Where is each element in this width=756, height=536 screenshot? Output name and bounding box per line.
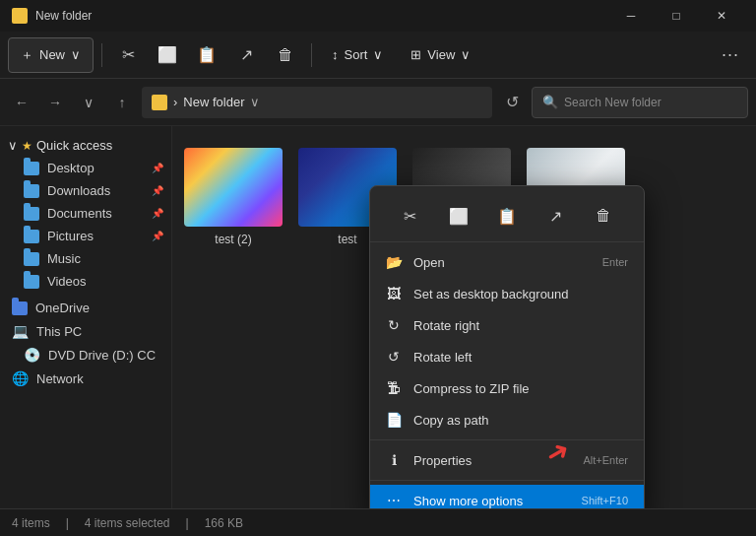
ctx-more-options-icon: ⋯ <box>386 493 402 508</box>
desktop-folder-icon <box>24 162 39 175</box>
videos-label: Videos <box>47 274 87 289</box>
ctx-desktop-bg-label: Set as desktop background <box>413 287 569 302</box>
ctx-delete-button[interactable]: 🗑 <box>586 198 621 234</box>
close-button[interactable]: ✕ <box>699 0 744 32</box>
ctx-share-button[interactable]: ↗ <box>537 198 573 234</box>
view-icon: ⊞ <box>410 47 421 62</box>
minimize-button[interactable]: ─ <box>608 0 654 32</box>
sidebar-item-thispc[interactable]: 💻 This PC <box>0 319 171 343</box>
network-label: Network <box>36 371 84 386</box>
up-button[interactable]: ↑ <box>108 89 136 116</box>
forward-button[interactable]: → <box>41 89 69 116</box>
separator2: | <box>186 516 189 530</box>
search-box[interactable]: 🔍 Search New folder <box>532 87 748 118</box>
ctx-rotate-right-item[interactable]: ↻ Rotate right <box>370 309 644 341</box>
breadcrumb-path: › <box>173 95 177 109</box>
view-button[interactable]: ⊞ View ∨ <box>399 37 482 73</box>
sidebar-item-pictures[interactable]: Pictures 📌 <box>0 225 171 247</box>
ctx-open-shortcut: Enter <box>602 256 628 268</box>
music-label: Music <box>47 251 81 266</box>
ctx-more-options-item[interactable]: ⋯ Show more options Shift+F10 <box>370 485 644 508</box>
ctx-separator-2 <box>370 480 644 481</box>
sidebar-item-dvd[interactable]: 💿 DVD Drive (D:) CC <box>0 343 171 367</box>
ctx-zip-label: Compress to ZIP file <box>413 381 530 396</box>
breadcrumb-folder-icon <box>152 95 167 110</box>
quick-access-header[interactable]: ∨ ★ Quick access <box>0 134 171 157</box>
ctx-properties-shortcut: Alt+Enter <box>583 454 628 466</box>
downloads-pin-icon: 📌 <box>152 185 163 196</box>
documents-pin-icon: 📌 <box>152 208 163 219</box>
maximize-button[interactable]: □ <box>654 0 699 32</box>
ctx-rotate-left-left: ↺ Rotate left <box>386 349 472 365</box>
sidebar-item-network[interactable]: 🌐 Network <box>0 367 171 390</box>
ctx-copy-path-item[interactable]: 📄 Copy as path <box>370 404 644 436</box>
sort-button[interactable]: ↕ Sort ∨ <box>320 37 395 73</box>
file-item-0[interactable]: test (2) <box>184 142 283 252</box>
address-bar: ← → ∨ ↑ › New folder ∨ ↺ 🔍 Search New fo… <box>0 79 756 126</box>
sidebar-item-onedrive[interactable]: OneDrive <box>0 297 171 319</box>
refresh-button[interactable]: ↺ <box>498 89 526 116</box>
sidebar-item-downloads[interactable]: Downloads 📌 <box>0 179 171 202</box>
file-name-1: test <box>338 233 356 246</box>
delete-button[interactable]: 🗑 <box>268 37 303 73</box>
ctx-rotate-right-label: Rotate right <box>413 318 479 333</box>
selected-count: 4 items selected <box>85 516 170 530</box>
new-chevron-icon: ∨ <box>71 47 81 62</box>
file-area: test (2) test ✂ ⬜ 📋 ↗ 🗑 <box>172 126 756 508</box>
title-bar-controls: ─ □ ✕ <box>608 0 744 32</box>
context-menu-icon-row: ✂ ⬜ 📋 ↗ 🗑 <box>370 190 644 242</box>
ctx-properties-icon: ℹ <box>386 452 402 468</box>
videos-folder-icon <box>24 275 39 289</box>
share-button[interactable]: ↗ <box>228 37 264 73</box>
sidebar-item-desktop[interactable]: Desktop 📌 <box>0 157 171 179</box>
sidebar-item-documents[interactable]: Documents 📌 <box>0 202 171 225</box>
ctx-properties-left: ℹ Properties <box>386 452 472 468</box>
context-menu: ✂ ⬜ 📋 ↗ 🗑 📂 Open Enter 🖼 Set as desktop … <box>369 185 645 508</box>
ctx-desktop-bg-item[interactable]: 🖼 Set as desktop background <box>370 278 644 309</box>
ctx-cut-button[interactable]: ✂ <box>393 198 428 234</box>
file-size: 166 KB <box>205 516 243 530</box>
ctx-copy-button[interactable]: ⬜ <box>441 198 476 234</box>
title-bar-left: New folder <box>12 8 92 24</box>
sort-label: Sort <box>345 47 368 62</box>
ctx-paste-button[interactable]: 📋 <box>489 198 525 234</box>
separator: | <box>66 516 69 530</box>
sidebar: ∨ ★ Quick access Desktop 📌 Downloads 📌 D… <box>0 126 172 508</box>
ctx-zip-item[interactable]: 🗜 Compress to ZIP file <box>370 372 644 404</box>
ctx-properties-item[interactable]: ℹ Properties Alt+Enter <box>370 444 644 476</box>
paste-button[interactable]: 📋 <box>189 37 224 73</box>
window-title: New folder <box>35 9 92 23</box>
star-icon: ★ <box>22 139 32 153</box>
recent-button[interactable]: ∨ <box>75 89 102 116</box>
dvd-icon: 💿 <box>24 347 40 363</box>
pictures-folder-icon <box>24 230 39 243</box>
downloads-label: Downloads <box>47 183 110 198</box>
copy-button[interactable]: ⬜ <box>150 37 185 73</box>
quick-access-expand-icon: ∨ <box>8 138 18 153</box>
network-icon: 🌐 <box>12 370 29 386</box>
sidebar-item-videos[interactable]: Videos <box>0 270 171 293</box>
ctx-rotate-right-left: ↻ Rotate right <box>386 317 479 333</box>
search-icon: 🔍 <box>542 95 558 109</box>
breadcrumb[interactable]: › New folder ∨ <box>142 87 492 118</box>
onedrive-folder-icon <box>12 302 28 315</box>
new-button[interactable]: ＋ New ∨ <box>8 37 94 73</box>
ctx-separator-1 <box>370 439 644 440</box>
title-bar: New folder ─ □ ✕ <box>0 0 756 32</box>
ctx-desktop-bg-icon: 🖼 <box>386 286 402 302</box>
ctx-rotate-left-item[interactable]: ↺ Rotate left <box>370 341 644 372</box>
back-button[interactable]: ← <box>8 89 35 116</box>
documents-label: Documents <box>47 206 112 221</box>
desktop-pin-icon: 📌 <box>152 163 163 173</box>
cut-button[interactable]: ✂ <box>110 37 146 73</box>
ctx-open-item[interactable]: 📂 Open Enter <box>370 246 644 278</box>
dvd-label: DVD Drive (D:) CC <box>48 348 156 363</box>
status-bar: 4 items | 4 items selected | 166 KB <box>0 508 756 536</box>
more-button[interactable]: ··· <box>713 37 748 73</box>
sidebar-item-music[interactable]: Music <box>0 247 171 270</box>
main-area: ∨ ★ Quick access Desktop 📌 Downloads 📌 D… <box>0 126 756 508</box>
ctx-rotate-left-icon: ↺ <box>386 349 402 365</box>
breadcrumb-chevron: ∨ <box>250 95 260 109</box>
ctx-more-options-label: Show more options <box>413 494 523 508</box>
quick-access-label: Quick access <box>36 138 112 153</box>
